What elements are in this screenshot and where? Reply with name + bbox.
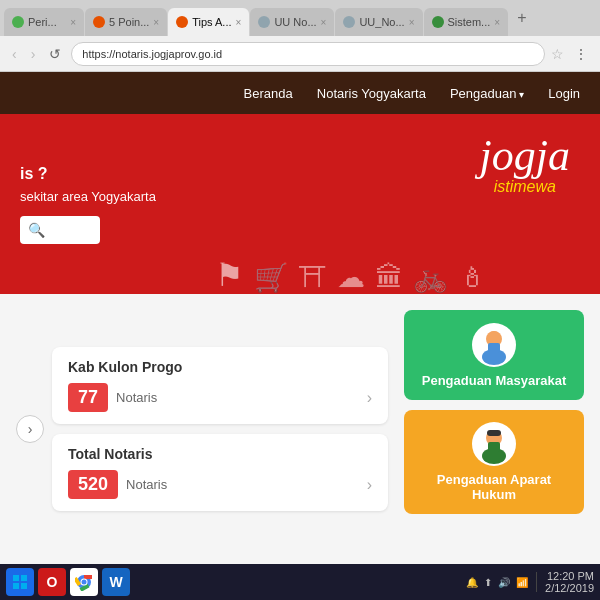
start-button[interactable] — [6, 568, 34, 596]
illus-tower: ⚑ — [215, 256, 244, 294]
prev-arrow[interactable]: › — [16, 415, 44, 443]
system-tray: 🔔 ⬆ 🔊 📶 — [466, 577, 528, 588]
hero-text-block: is ? sekitar area Yogyakarta 🔍 — [20, 165, 156, 244]
hero-logo-sub: istimewa — [480, 178, 570, 196]
avatar-masyarakat — [472, 323, 516, 367]
tab-close-btn[interactable]: × — [70, 17, 76, 28]
refresh-button[interactable]: ↺ — [45, 44, 65, 64]
action-card-hukum[interactable]: Pengaduan Aparat Hukum — [404, 410, 584, 514]
forward-button[interactable]: › — [27, 44, 40, 64]
tab-favicon — [343, 16, 355, 28]
action-card-label: Pengaduan Masyarakat — [422, 373, 567, 388]
svg-rect-7 — [488, 442, 500, 452]
action-card-label: Pengaduan Aparat Hukum — [416, 472, 572, 502]
stat-cards: Kab Kulon Progo 77 Notaris › Total Notar… — [52, 347, 388, 511]
site-navigation: Beranda Notaris Yogyakarta Pengaduan Log… — [0, 72, 600, 114]
nav-pengaduan[interactable]: Pengaduan — [450, 86, 524, 101]
tab-uuno[interactable]: UU No... × — [250, 8, 334, 36]
svg-rect-9 — [13, 575, 19, 581]
tab-favicon — [93, 16, 105, 28]
stat-card-title: Total Notaris — [68, 446, 372, 462]
chrome-taskbar-icon[interactable] — [70, 568, 98, 596]
tab-5poin[interactable]: 5 Poin... × — [85, 8, 167, 36]
menu-button[interactable]: ⋮ — [570, 44, 592, 64]
main-content: › Kab Kulon Progo 77 Notaris › Total Not… — [0, 294, 600, 564]
stat-card-total: Total Notaris 520 Notaris › — [52, 434, 388, 511]
search-icon: 🔍 — [28, 222, 45, 238]
illus-temple: 🏛 — [375, 261, 403, 294]
tab-label: Sistem... — [448, 16, 491, 28]
left-section: › Kab Kulon Progo 77 Notaris › Total Not… — [16, 310, 388, 548]
stat-card-title: Kab Kulon Progo — [68, 359, 372, 375]
action-cards: Pengaduan Masyarakat Pengaduan Aparat Hu — [404, 310, 584, 548]
tab-close-btn[interactable]: × — [409, 17, 415, 28]
hero-search-box[interactable]: 🔍 — [20, 216, 100, 244]
tab-close-btn[interactable]: × — [153, 17, 159, 28]
network-icon: 📶 — [516, 577, 528, 588]
svg-rect-3 — [488, 343, 500, 353]
browser-frame: Peri... × 5 Poin... × Tips A... × UU No.… — [0, 0, 600, 600]
windows-logo-icon — [12, 574, 28, 590]
svg-rect-12 — [21, 583, 27, 589]
tab-close-btn[interactable]: × — [494, 17, 500, 28]
illus-bike: 🚲 — [413, 261, 448, 294]
nav-beranda[interactable]: Beranda — [244, 86, 293, 101]
address-bar[interactable] — [71, 42, 545, 66]
new-tab-button[interactable]: + — [511, 4, 532, 32]
hero-logo: jogja istimewa — [480, 134, 570, 196]
taskbar-clock: 12:20 PM 2/12/2019 — [545, 570, 594, 594]
stat-arrow[interactable]: › — [367, 389, 372, 407]
taskbar-time-value: 12:20 PM — [545, 570, 594, 582]
tab-tips[interactable]: Tips A... × — [168, 8, 249, 36]
word-taskbar-icon[interactable]: W — [102, 568, 130, 596]
stat-row: 77 Notaris › — [68, 383, 372, 412]
stat-count: 520 — [68, 470, 118, 499]
illus-cloud: ☁ — [337, 261, 365, 294]
tab-favicon — [432, 16, 444, 28]
nav-login[interactable]: Login — [548, 86, 580, 101]
stat-arrow[interactable]: › — [367, 476, 372, 494]
action-card-masyarakat[interactable]: Pengaduan Masyarakat — [404, 310, 584, 400]
tab-peri[interactable]: Peri... × — [4, 8, 84, 36]
page-content: Beranda Notaris Yogyakarta Pengaduan Log… — [0, 72, 600, 564]
bookmark-icon[interactable]: ☆ — [551, 46, 564, 62]
avatar-female-svg — [474, 424, 514, 464]
illus-arch: ⛩ — [299, 261, 327, 294]
upload-icon: ⬆ — [484, 577, 492, 588]
taskbar: O W 🔔 ⬆ 🔊 📶 12:20 PM 2/12 — [0, 564, 600, 600]
stat-label: Notaris — [116, 390, 157, 405]
svg-rect-8 — [487, 430, 501, 436]
volume-icon: 🔊 — [498, 577, 510, 588]
tab-favicon — [12, 16, 24, 28]
tab-uuno2[interactable]: UU_No... × — [335, 8, 422, 36]
taskbar-date-value: 2/12/2019 — [545, 582, 594, 594]
svg-point-16 — [82, 580, 87, 585]
tab-sistem[interactable]: Sistem... × — [424, 8, 509, 36]
illus-lamp: 🕯 — [458, 261, 486, 294]
stat-count: 77 — [68, 383, 108, 412]
notification-icon: 🔔 — [466, 577, 478, 588]
svg-point-2 — [488, 331, 500, 343]
tab-close-btn[interactable]: × — [236, 17, 242, 28]
stat-card-kulon-progo: Kab Kulon Progo 77 Notaris › — [52, 347, 388, 424]
tab-close-btn[interactable]: × — [321, 17, 327, 28]
svg-rect-10 — [21, 575, 27, 581]
tab-favicon — [176, 16, 188, 28]
hero-banner: is ? sekitar area Yogyakarta 🔍 jogja ist… — [0, 114, 600, 294]
stat-row: 520 Notaris › — [68, 470, 372, 499]
svg-rect-11 — [13, 583, 19, 589]
tab-label: UU_No... — [359, 16, 404, 28]
nav-notaris[interactable]: Notaris Yogyakarta — [317, 86, 426, 101]
tab-bar: Peri... × 5 Poin... × Tips A... × UU No.… — [0, 0, 600, 36]
hero-question: is ? — [20, 165, 156, 183]
avatar-male-svg — [474, 325, 514, 365]
back-button[interactable]: ‹ — [8, 44, 21, 64]
opera-taskbar-icon[interactable]: O — [38, 568, 66, 596]
taskbar-right: 🔔 ⬆ 🔊 📶 12:20 PM 2/12/2019 — [466, 570, 594, 594]
tab-label: 5 Poin... — [109, 16, 149, 28]
taskbar-separator — [536, 572, 537, 592]
hero-logo-main: jogja — [480, 134, 570, 178]
chrome-icon-svg — [75, 573, 93, 591]
tab-favicon — [258, 16, 270, 28]
stat-label: Notaris — [126, 477, 167, 492]
